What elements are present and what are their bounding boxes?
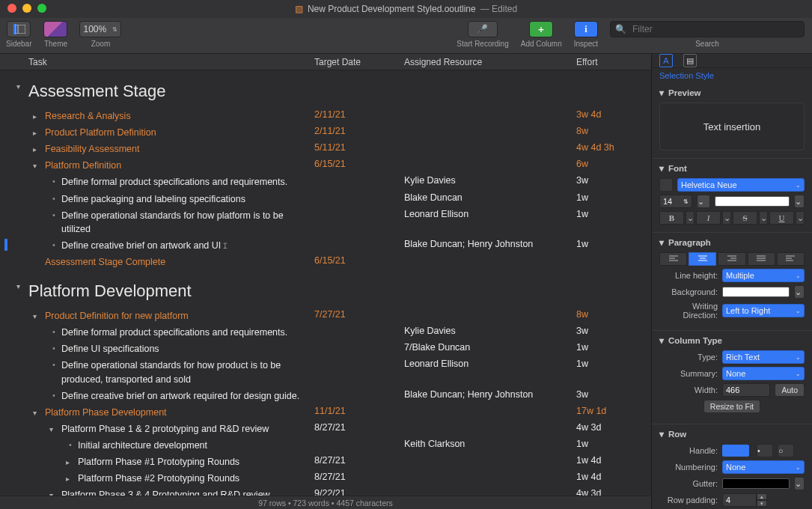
strike-button[interactable]: S xyxy=(733,211,757,225)
disclosure-down-icon[interactable]: ▾ xyxy=(33,161,42,172)
align-natural-button[interactable] xyxy=(777,252,805,266)
underline-button[interactable]: U xyxy=(769,211,794,225)
disclosure-right-icon[interactable]: ▸ xyxy=(33,112,42,123)
outline-row[interactable]: ▸Product Platform Definition2/11/218w xyxy=(0,124,651,141)
disclosure-down-icon[interactable]: ▾ xyxy=(659,163,664,174)
disclosure-down-icon[interactable]: ▾ xyxy=(49,490,58,496)
gutter-menu[interactable]: ⌄ xyxy=(794,477,805,490)
font-family-select[interactable]: Helvetica Neue⌄ xyxy=(677,178,805,192)
disclosure-down-icon[interactable]: ▾ xyxy=(659,88,664,98)
bold-menu[interactable]: ⌄ xyxy=(686,211,695,225)
disclosure-right-icon[interactable]: ▸ xyxy=(33,144,42,156)
handle-option-b[interactable]: ○ xyxy=(778,444,794,457)
font-weight-swatch[interactable] xyxy=(715,196,790,207)
italic-button[interactable]: I xyxy=(696,211,721,225)
disclosure-down-icon[interactable]: ▾ xyxy=(659,237,664,248)
inspect-button[interactable]: i xyxy=(574,21,598,37)
outline-row[interactable]: ▾Platform Phase Development11/1/2117w 1d xyxy=(0,404,651,421)
background-swatch[interactable] xyxy=(722,287,790,297)
close-icon[interactable] xyxy=(7,4,16,13)
outline-row[interactable]: •Define creative brief on artwork and UI… xyxy=(0,237,651,254)
task-text: Assessment Stage Complete xyxy=(45,255,165,269)
outline-row[interactable]: •Define operational standards for how pl… xyxy=(0,207,651,237)
outline-row[interactable]: •Define packaging and labeling specifica… xyxy=(0,191,651,207)
column-task[interactable]: Task xyxy=(0,57,314,67)
align-center-button[interactable] xyxy=(689,252,716,266)
outline-row[interactable]: ▸Platform Phase #1 Prototyping Rounds8/2… xyxy=(0,454,651,470)
outline-row[interactable]: •Define formal product specifications an… xyxy=(0,324,651,341)
outline-rows[interactable]: ▾Assessment Stage▸Research & Analysis2/1… xyxy=(0,70,651,496)
outline-row[interactable]: ▸Feasibility Assessment5/11/214w 4d 3h xyxy=(0,141,651,157)
align-right-button[interactable] xyxy=(718,252,745,266)
outline-row[interactable]: ▾Product Definition for new platform7/27… xyxy=(0,308,651,324)
stepper-up-icon[interactable]: ▴ xyxy=(757,493,767,500)
line-height-select[interactable]: Multiple⌄ xyxy=(722,269,805,282)
disclosure-down-icon[interactable]: ▾ xyxy=(49,424,58,436)
handle-swatch[interactable] xyxy=(722,445,749,457)
disclosure-right-icon[interactable]: ▸ xyxy=(66,457,75,469)
column-assigned-resource[interactable]: Assigned Resource xyxy=(404,57,576,67)
start-recording-button[interactable]: 🎤 xyxy=(468,21,498,37)
align-left-button[interactable] xyxy=(659,252,687,266)
outline-row[interactable]: ▾Platform Definition6/15/216w xyxy=(0,157,651,174)
outline-row[interactable]: •Define formal product specifications an… xyxy=(0,174,651,190)
gutter-swatch[interactable] xyxy=(722,478,790,489)
outline-row[interactable]: ▾Platform Phase 1 & 2 prototyping and R&… xyxy=(0,421,651,437)
task-text: Platform Phase 1 & 2 prototyping and R&D… xyxy=(61,422,269,436)
outline-row[interactable]: Assessment Stage Complete6/15/21 xyxy=(0,254,651,270)
summary-select[interactable]: None⌄ xyxy=(722,367,805,380)
numbering-select[interactable]: None⌄ xyxy=(722,460,805,474)
column-target-date[interactable]: Target Date xyxy=(314,57,404,67)
inspector-tab-document[interactable]: ▤ xyxy=(683,54,697,67)
strike-menu[interactable]: ⌄ xyxy=(759,211,768,225)
column-effort[interactable]: Effort xyxy=(576,57,636,67)
selection-style-link[interactable]: Selection Style xyxy=(652,68,812,83)
align-justify-button[interactable] xyxy=(748,252,775,266)
sidebar-button[interactable] xyxy=(7,21,31,37)
effort: 1w xyxy=(576,439,636,449)
zoom-select[interactable]: 100% ⇅ xyxy=(79,21,121,37)
underline-menu[interactable]: ⌄ xyxy=(796,211,805,225)
outline-row[interactable]: ▾Platform Development xyxy=(0,278,651,305)
minimize-icon[interactable] xyxy=(22,4,31,13)
outline-row[interactable]: ▸Research & Analysis2/11/213w 4d xyxy=(0,108,651,124)
outline-row[interactable]: ▸Platform Phase #2 Prototyping Rounds8/2… xyxy=(0,470,651,487)
outline-row[interactable]: ▾Platform Phase 3 & 4 Prototyping and R&… xyxy=(0,487,651,496)
disclosure-down-icon[interactable]: ▾ xyxy=(33,408,42,419)
row-padding-stepper[interactable]: ▴▾ xyxy=(722,493,767,507)
disclosure-right-icon[interactable]: ▸ xyxy=(33,128,42,139)
italic-menu[interactable]: ⌄ xyxy=(722,211,731,225)
disclosure-down-icon[interactable]: ▾ xyxy=(659,429,664,439)
font-size-select[interactable]: 14⇅ xyxy=(659,195,692,208)
font-style-menu[interactable]: ⌄ xyxy=(697,195,710,208)
outline-row[interactable]: •Initial architecture developmentKeith C… xyxy=(0,437,651,454)
font-title: Font xyxy=(668,164,687,173)
search-field[interactable]: 🔍 xyxy=(610,21,805,37)
theme-button[interactable] xyxy=(43,21,67,37)
background-menu[interactable]: ⌄ xyxy=(794,285,805,299)
disclosure-down-icon[interactable]: ▾ xyxy=(659,335,664,346)
add-column-button[interactable]: ＋ xyxy=(529,21,553,37)
writing-direction-select[interactable]: Left to Right⌄ xyxy=(722,304,805,317)
search-input[interactable] xyxy=(631,23,799,35)
stepper-down-icon[interactable]: ▾ xyxy=(757,500,767,507)
outline-row[interactable]: •Define UI specifications7/Blake Duncan1… xyxy=(0,341,651,357)
width-auto-button[interactable]: Auto xyxy=(775,383,805,397)
disclosure-down-icon[interactable]: ▾ xyxy=(33,311,42,323)
handle-option-a[interactable]: • xyxy=(757,444,773,457)
type-select[interactable]: Rich Text⌄ xyxy=(722,350,805,364)
outline-row[interactable]: •Define creative brief on artwork requir… xyxy=(0,388,651,404)
resize-to-fit-button[interactable]: Resize to Fit xyxy=(703,400,760,413)
disclosure-right-icon[interactable]: ▸ xyxy=(66,474,75,485)
maximize-icon[interactable] xyxy=(37,4,46,13)
disclosure-down-icon[interactable]: ▾ xyxy=(16,82,25,93)
outline-row[interactable]: •Define operational standards for how pr… xyxy=(0,357,651,387)
disclosure-down-icon[interactable]: ▾ xyxy=(16,281,25,293)
row-padding-input[interactable] xyxy=(722,493,757,507)
font-weight-menu[interactable]: ⌄ xyxy=(794,195,805,208)
width-input[interactable]: 466 xyxy=(722,383,770,397)
inspector-tab-style[interactable]: A xyxy=(659,54,673,67)
font-color-swatch[interactable] xyxy=(659,178,673,192)
outline-row[interactable]: ▾Assessment Stage xyxy=(0,78,651,105)
bold-button[interactable]: B xyxy=(659,211,684,225)
